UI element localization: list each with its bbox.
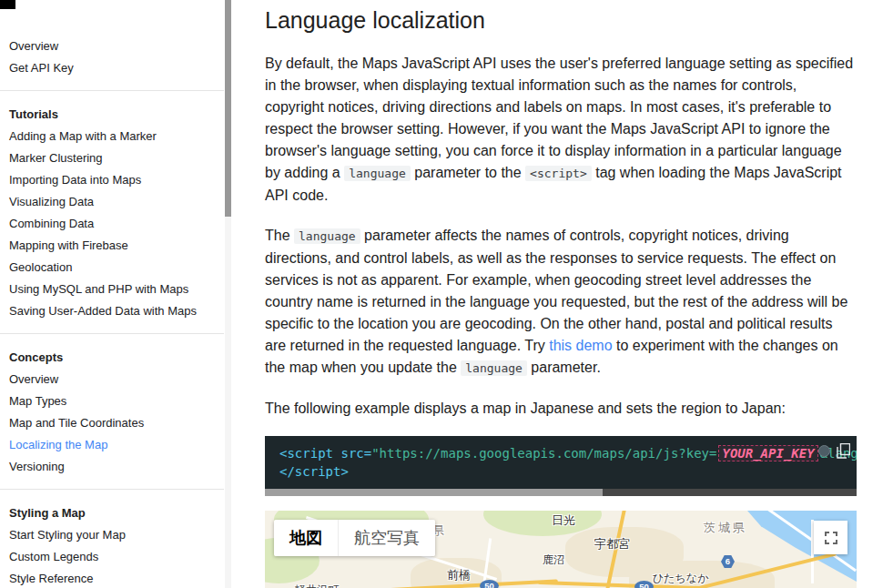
sidebar-item-map-and-tile-coordinates[interactable]: Map and Tile Coordinates [0,412,224,434]
paragraph-2: The language parameter affects the names… [265,225,857,380]
sidebar: Overview Get API Key Tutorials Adding a … [0,0,224,588]
fullscreen-button[interactable] [814,521,847,554]
map-label-karuizawa: 軽井沢町 [295,583,339,588]
sidebar-scrollbar[interactable] [225,0,231,588]
sidebar-item-map-types[interactable]: Map Types [0,390,224,412]
sidebar-scrollbar-thumb[interactable] [225,0,231,217]
demo-link[interactable]: this demo [549,338,612,353]
segment-str: "https://maps.googleapis.com/maps/api/js… [371,446,716,461]
sidebar-heading-styling-a-map: Styling a Map [0,500,224,524]
sidebar-section-concepts: Concepts Overview Map Types Map and Tile… [0,333,224,489]
sidebar-item-saving-user-added-data-with-maps[interactable]: Saving User-Added Data with Maps [0,300,224,322]
code-block: <script src="https://maps.googleapis.com… [265,436,857,496]
sidebar-item-start-styling-your-map[interactable]: Start Styling your Map [0,524,224,546]
map-label-nikko: 日光 [552,512,575,529]
sidebar-item-style-reference[interactable]: Style Reference [0,568,224,588]
map-label-ibaraki: 茨城県 [704,520,747,536]
code-line-1: <script src="https://maps.googleapis.com… [279,444,842,462]
fullscreen-icon [824,531,838,545]
copy-icon[interactable] [837,443,850,459]
sidebar-item-mapping-with-firebase[interactable]: Mapping with Firebase [0,235,224,257]
sidebar-section-top: Overview Get API Key [0,25,224,90]
segment-plain: parameter affects the names of controls,… [265,228,847,353]
sidebar-section-tutorials: Tutorials Adding a Map with a Marker Mar… [0,90,224,333]
map-type-control: 地図 航空写真 [274,520,435,556]
sidebar-item-custom-legends[interactable]: Custom Legends [0,546,224,568]
segment-plain: By default, the Maps JavaScript API uses… [265,56,853,180]
sidebar-item-combining-data[interactable]: Combining Data [0,213,224,235]
segment-plain: parameter. [527,360,601,375]
map-label-kanuma: 鹿沼 [543,553,564,568]
sidebar-heading-concepts: Concepts [0,344,224,369]
sidebar-item-get-api-key[interactable]: Get API Key [0,57,224,79]
map-label-maebashi: 前橋 [447,567,471,583]
segment-tag: <script [279,446,333,461]
map-label-utsunomiya: 宇都宮 [594,536,630,553]
sidebar-item-overview[interactable]: Overview [0,35,224,57]
scrollbar-corner [0,0,15,9]
code-scrollbar-thumb[interactable] [265,489,603,496]
route-shield-50: 50 [634,581,654,588]
paragraph-1: By default, the Maps JavaScript API uses… [265,53,857,207]
map-button[interactable]: 地図 [274,520,338,556]
segment-var: YOUR_API_KEY [718,445,817,461]
segment-code: <script> [525,166,592,181]
sidebar-item-visualizing-data[interactable]: Visualizing Data [0,191,224,213]
code-actions [818,443,850,459]
sidebar-item-geolocation[interactable]: Geolocation [0,257,224,279]
segment-plain: parameter to the [411,165,525,180]
sidebar-item-adding-a-map-with-a-marker[interactable]: Adding a Map with a Marker [0,126,224,147]
map-preview[interactable]: 日光 県 茨城県 宇都宮 鹿沼 前橋 ひたちなか 軽井沢町 50 50 6 地図… [265,511,857,588]
segment-code: language [344,166,411,181]
segment-plain: The [265,228,294,243]
main-content: Language localization By default, the Ma… [265,0,857,588]
sidebar-heading-tutorials: Tutorials [0,101,224,126]
sidebar-item-localizing-the-map[interactable]: Localizing the Map [0,434,224,456]
sidebar-item-using-mysql-and-php-with-maps[interactable]: Using MySQL and PHP with Maps [0,279,224,300]
segment-code: language [461,360,527,376]
route-shield-50: 50 [480,580,499,588]
code-lines: <script src="https://maps.googleapis.com… [265,436,857,481]
map-label-hitachinaka: ひたちなか [653,571,708,586]
sidebar-item-versioning[interactable]: Versioning [0,456,224,478]
segment-attr: src= [340,446,371,461]
code-scrollbar[interactable] [265,489,857,496]
theme-toggle-icon[interactable] [818,445,830,457]
page-title: Language localization [265,5,857,35]
paragraph-3: The following example displays a map in … [265,398,857,420]
sidebar-item-marker-clustering[interactable]: Marker Clustering [0,147,224,169]
satellite-button[interactable]: 航空写真 [338,520,435,556]
segment-code: language [294,228,360,244]
sidebar-item-importing-data-into-maps[interactable]: Importing Data into Maps [0,169,224,191]
sidebar-item-overview-concepts[interactable]: Overview [0,369,224,390]
segment-tag: </script> [279,464,349,479]
code-line-2: </script> [279,462,842,481]
sidebar-section-styling-a-map: Styling a Map Start Styling your Map Cus… [0,489,224,588]
